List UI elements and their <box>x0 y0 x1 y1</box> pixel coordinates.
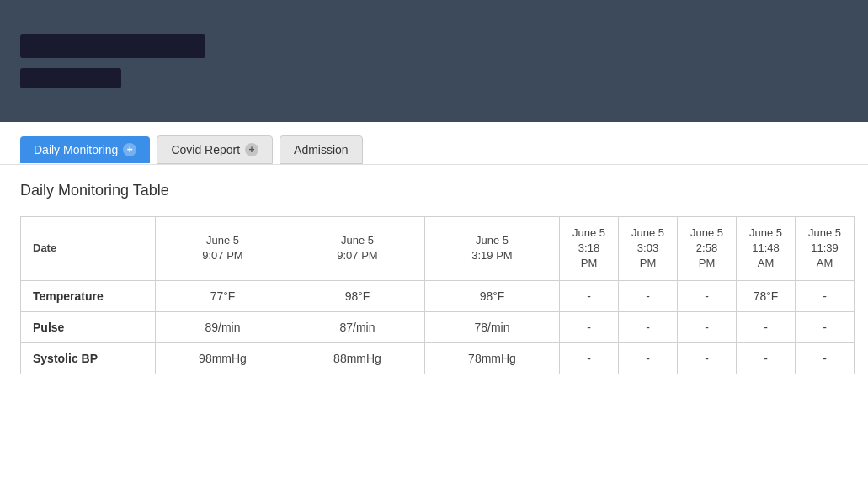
col-header-1: June 5 9:07 PM <box>290 217 425 281</box>
tabs-bar: Daily Monitoring + Covid Report + Admiss… <box>0 122 868 165</box>
cell-r0-c5: - <box>678 280 737 311</box>
cell-r1-c7: - <box>796 311 855 342</box>
cell-r1-c0: 89/min <box>156 311 290 342</box>
tab-admission[interactable]: Admission <box>280 135 363 164</box>
table-row: Systolic BP98mmHg88mmHg78mmHg----- <box>21 342 855 374</box>
col-header-7: June 5 11:39 AM <box>796 217 855 281</box>
cell-r2-c2: 78mmHg <box>425 342 560 374</box>
cell-r2-c5: - <box>678 342 737 374</box>
section-title: Daily Monitoring Table <box>20 182 848 199</box>
header-patient-id <box>20 68 121 88</box>
daily-monitoring-icon: + <box>123 143 136 156</box>
cell-r1-c3: - <box>560 311 619 342</box>
cell-r0-c6: 78°F <box>737 280 796 311</box>
admission-label: Admission <box>294 143 349 156</box>
covid-report-icon: + <box>245 143 258 156</box>
col-header-5: June 5 2:58 PM <box>678 217 737 281</box>
cell-r1-c6: - <box>737 311 796 342</box>
table-row: Pulse89/min87/min78/min----- <box>21 311 855 342</box>
cell-r1-c1: 87/min <box>290 311 425 342</box>
col-header-2: June 5 3:19 PM <box>425 217 560 281</box>
monitoring-table: Date June 5 9:07 PM June 5 9:07 PM June … <box>20 216 855 374</box>
tab-covid-report[interactable]: Covid Report + <box>157 135 273 164</box>
covid-report-label: Covid Report <box>171 143 240 156</box>
table-header-row: Date June 5 9:07 PM June 5 9:07 PM June … <box>21 217 855 281</box>
main-content: Daily Monitoring Table Date June 5 9:07 … <box>0 165 868 391</box>
col-header-6: June 5 11:48 AM <box>737 217 796 281</box>
cell-r0-c4: - <box>619 280 678 311</box>
col-header-3: June 5 3:18 PM <box>560 217 619 281</box>
cell-r0-c2: 98°F <box>425 280 560 311</box>
table-row: Temperature77°F98°F98°F---78°F- <box>21 280 855 311</box>
row-label-2: Systolic BP <box>21 342 156 374</box>
daily-monitoring-label: Daily Monitoring <box>34 143 118 156</box>
cell-r2-c7: - <box>796 342 855 374</box>
cell-r2-c6: - <box>737 342 796 374</box>
cell-r0-c7: - <box>796 280 855 311</box>
header-patient-name <box>20 34 205 58</box>
row-label-1: Pulse <box>21 311 156 342</box>
date-column-header: Date <box>21 217 156 281</box>
cell-r2-c1: 88mmHg <box>290 342 425 374</box>
cell-r1-c5: - <box>678 311 737 342</box>
cell-r1-c2: 78/min <box>425 311 560 342</box>
col-header-4: June 5 3:03 PM <box>619 217 678 281</box>
tab-daily-monitoring[interactable]: Daily Monitoring + <box>20 136 150 163</box>
row-label-0: Temperature <box>21 280 156 311</box>
page-header <box>0 0 868 122</box>
cell-r0-c0: 77°F <box>156 280 290 311</box>
col-header-0: June 5 9:07 PM <box>156 217 290 281</box>
cell-r2-c3: - <box>560 342 619 374</box>
cell-r2-c0: 98mmHg <box>156 342 290 374</box>
cell-r1-c4: - <box>619 311 678 342</box>
cell-r0-c3: - <box>560 280 619 311</box>
cell-r0-c1: 98°F <box>290 280 425 311</box>
cell-r2-c4: - <box>619 342 678 374</box>
